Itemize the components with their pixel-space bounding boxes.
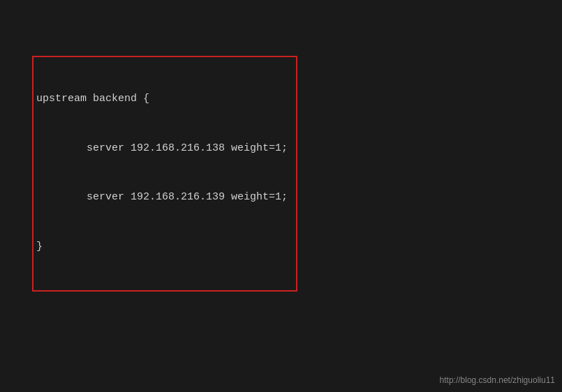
blank-line-1 <box>7 345 555 361</box>
watermark: http://blog.csdn.net/zhiguoliu11 <box>440 375 555 385</box>
upstream-server1-line: server 192.168.216.138 weight=1; <box>36 140 288 157</box>
upstream-close-line: } <box>36 239 288 255</box>
upstream-server2-line: server 192.168.216.139 weight=1; <box>36 189 288 206</box>
upstream-open-line: upstream backend { <box>36 91 288 107</box>
code-block: upstream backend { server 192.168.216.13… <box>7 7 555 392</box>
code-container: upstream backend { server 192.168.216.13… <box>0 0 562 392</box>
